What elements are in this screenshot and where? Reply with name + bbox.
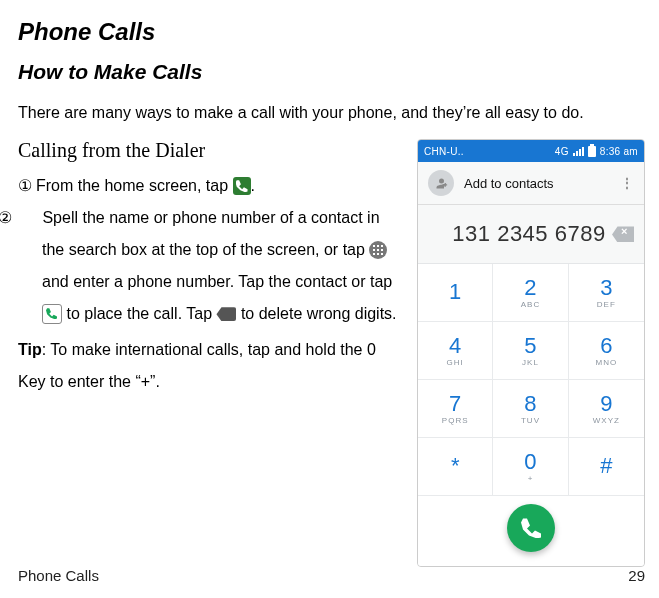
- step-2: ② Spell the name or phone number of a co…: [18, 202, 405, 330]
- instructions-column: Calling from the Dialer ①From the home s…: [18, 139, 405, 398]
- key-8[interactable]: 8TUV: [493, 380, 568, 438]
- status-bar: CHN-U.. 4G 8:36 am: [418, 140, 644, 162]
- key-2[interactable]: 2ABC: [493, 264, 568, 322]
- signal-icon: [573, 147, 584, 156]
- step-2-text-d: to delete wrong digits.: [236, 305, 396, 322]
- call-button[interactable]: [507, 504, 555, 552]
- step-1-marker: ①: [18, 170, 36, 202]
- heading-how-to-make-calls: How to Make Calls: [18, 60, 645, 84]
- key-4[interactable]: 4GHI: [418, 322, 493, 380]
- tip: Tip: To make international calls, tap an…: [18, 334, 405, 398]
- phone-screenshot: CHN-U.. 4G 8:36 am Add to contacts ⋮ 131…: [417, 139, 645, 567]
- add-to-contacts-label: Add to contacts: [464, 176, 611, 191]
- page-footer: Phone Calls 29: [18, 567, 645, 584]
- heading-calling-from-dialer: Calling from the Dialer: [18, 139, 405, 162]
- key-7[interactable]: 7PQRS: [418, 380, 493, 438]
- add-to-contacts-row[interactable]: Add to contacts ⋮: [418, 162, 644, 205]
- step-2-marker: ②: [20, 202, 38, 234]
- tip-text: : To make international calls, tap and h…: [18, 341, 376, 390]
- phone-app-icon: [233, 177, 251, 195]
- key-9[interactable]: 9WXYZ: [569, 380, 644, 438]
- step-2-text-b: and enter a phone number. Tap the contac…: [42, 273, 392, 290]
- call-icon: [42, 304, 62, 324]
- footer-page-number: 29: [628, 567, 645, 584]
- intro-text: There are many ways to make a call with …: [18, 102, 645, 124]
- key-star[interactable]: *: [418, 438, 493, 496]
- more-icon[interactable]: ⋮: [621, 176, 634, 190]
- heading-phone-calls: Phone Calls: [18, 18, 645, 46]
- key-5[interactable]: 5JKL: [493, 322, 568, 380]
- call-fab-row: [418, 496, 644, 566]
- step-1-text-a: From the home screen, tap: [36, 177, 233, 194]
- status-carrier: CHN-U..: [424, 146, 464, 157]
- battery-icon: [588, 146, 596, 157]
- key-1[interactable]: 1: [418, 264, 493, 322]
- status-net: 4G: [555, 146, 569, 157]
- page: Phone Calls How to Make Calls There are …: [0, 0, 659, 598]
- key-3[interactable]: 3DEF: [569, 264, 644, 322]
- step-1: ①From the home screen, tap .: [18, 170, 405, 202]
- entered-number: 131 2345 6789: [428, 221, 612, 247]
- contact-avatar-icon: [428, 170, 454, 196]
- number-display: 131 2345 6789: [418, 205, 644, 264]
- footer-section: Phone Calls: [18, 567, 99, 584]
- backspace-button[interactable]: [612, 226, 634, 242]
- key-hash[interactable]: #: [569, 438, 644, 496]
- step-2-text-a: Spell the name or phone number of a cont…: [38, 209, 380, 258]
- dial-keypad: 1 2ABC 3DEF 4GHI 5JKL 6MNO 7PQRS 8TUV 9W…: [418, 264, 644, 496]
- step-2-text-c: to place the call. Tap: [62, 305, 216, 322]
- backspace-icon: [216, 307, 236, 321]
- key-0[interactable]: 0+: [493, 438, 568, 496]
- status-time: 8:36 am: [600, 146, 638, 157]
- tip-label: Tip: [18, 341, 42, 358]
- content-row: Calling from the Dialer ①From the home s…: [18, 139, 645, 567]
- key-6[interactable]: 6MNO: [569, 322, 644, 380]
- step-1-text-b: .: [251, 177, 255, 194]
- dialpad-icon: [369, 241, 387, 259]
